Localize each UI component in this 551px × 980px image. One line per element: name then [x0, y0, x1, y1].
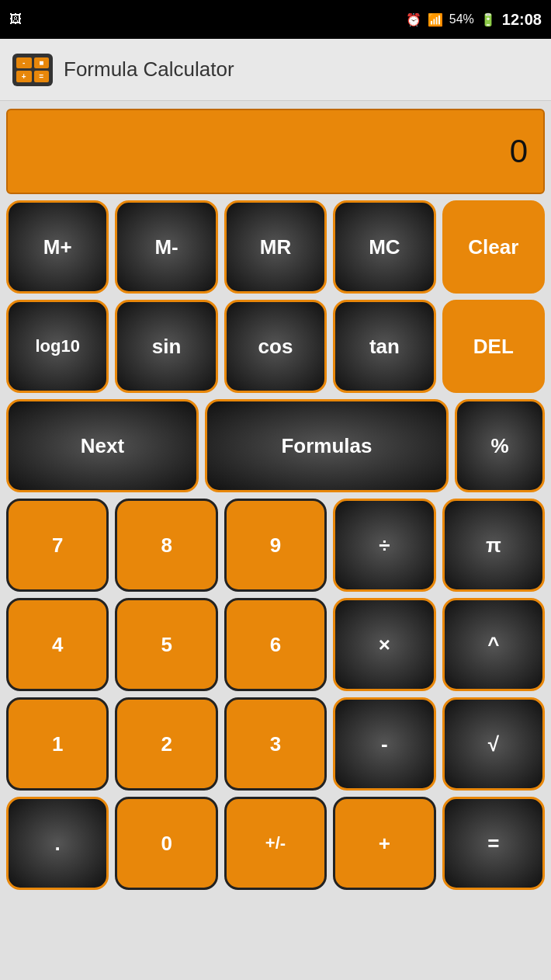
button-row-5: 4 5 6 × ^	[6, 598, 545, 691]
btn-4[interactable]: 4	[6, 598, 109, 691]
btn-plusminus[interactable]: +/-	[224, 797, 327, 890]
btn-del[interactable]: DEL	[442, 300, 545, 393]
icon-cell-plus: +	[16, 71, 32, 82]
btn-percent[interactable]: %	[455, 399, 545, 492]
btn-clear[interactable]: Clear	[442, 200, 545, 294]
button-row-2: log10 sin cos tan DEL	[6, 300, 545, 393]
display-value: 0	[510, 133, 528, 170]
battery-icon: 🔋	[480, 12, 496, 27]
btn-sqrt[interactable]: √	[442, 697, 545, 791]
battery-text: 54%	[449, 12, 474, 26]
app-bar: - ■ + = Formula Calculator	[0, 39, 551, 101]
btn-subtract[interactable]: -	[333, 697, 435, 791]
btn-pi[interactable]: π	[442, 499, 545, 592]
app-icon: - ■ + =	[12, 54, 53, 86]
icon-cell-square: ■	[34, 57, 50, 69]
button-row-3: Next Formulas %	[6, 399, 545, 492]
btn-mc[interactable]: MC	[333, 200, 435, 294]
btn-9[interactable]: 9	[224, 499, 327, 592]
display: 0	[6, 109, 545, 194]
btn-cos[interactable]: cos	[224, 300, 327, 393]
button-row-4: 7 8 9 ÷ π	[6, 499, 545, 592]
status-bar: 🖼 ⏰ 📶 54% 🔋 12:08	[0, 0, 551, 39]
btn-m-plus[interactable]: M+	[6, 200, 109, 294]
btn-3[interactable]: 3	[224, 697, 327, 791]
button-row-7: . 0 +/- + =	[6, 797, 545, 890]
btn-0[interactable]: 0	[115, 797, 217, 890]
btn-mr[interactable]: MR	[224, 200, 327, 294]
calculator: 0 M+ M- MR MC Clear log10 sin cos tan DE…	[0, 101, 551, 904]
btn-dot[interactable]: .	[6, 797, 109, 890]
button-row-1: M+ M- MR MC Clear	[6, 200, 545, 294]
btn-1[interactable]: 1	[6, 697, 109, 791]
btn-m-minus[interactable]: M-	[115, 200, 217, 294]
gallery-icon: 🖼	[9, 12, 22, 26]
clock: 12:08	[502, 11, 542, 29]
btn-6[interactable]: 6	[224, 598, 327, 691]
btn-add[interactable]: +	[333, 797, 435, 890]
button-row-6: 1 2 3 - √	[6, 697, 545, 791]
icon-cell-minus: -	[16, 57, 32, 69]
btn-power[interactable]: ^	[442, 598, 545, 691]
btn-5[interactable]: 5	[115, 598, 217, 691]
btn-sin[interactable]: sin	[115, 300, 217, 393]
btn-8[interactable]: 8	[115, 499, 217, 592]
btn-next[interactable]: Next	[6, 399, 199, 492]
btn-formulas[interactable]: Formulas	[205, 399, 449, 492]
signal-icon: 📶	[428, 12, 443, 27]
btn-7[interactable]: 7	[6, 499, 109, 592]
btn-divide[interactable]: ÷	[333, 499, 435, 592]
app-title: Formula Calculator	[64, 57, 234, 82]
alarm-icon: ⏰	[406, 12, 421, 27]
btn-equals[interactable]: =	[442, 797, 545, 890]
icon-cell-equals: =	[34, 71, 50, 82]
btn-tan[interactable]: tan	[333, 300, 435, 393]
btn-2[interactable]: 2	[115, 697, 217, 791]
btn-multiply[interactable]: ×	[333, 598, 435, 691]
btn-log10[interactable]: log10	[6, 300, 109, 393]
